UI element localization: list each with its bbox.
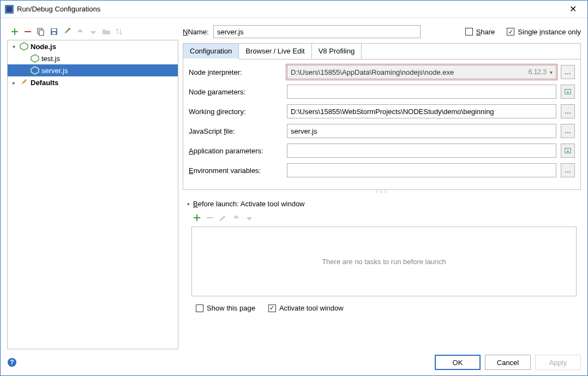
add-config-button[interactable] bbox=[9, 26, 20, 37]
node-interpreter-dropdown[interactable]: D:\Users\15855\AppData\Roaming\nodejs\no… bbox=[287, 65, 556, 79]
move-down-button[interactable] bbox=[88, 26, 99, 37]
help-icon[interactable]: ? bbox=[7, 357, 17, 367]
app-icon bbox=[5, 5, 14, 14]
app-params-label: Application parameters: bbox=[189, 147, 283, 155]
workdir-label: Working directory: bbox=[189, 108, 283, 116]
svg-rect-2 bbox=[25, 31, 31, 32]
chevron-right-icon: ▸ bbox=[10, 80, 17, 86]
chevron-down-icon: ▾ bbox=[550, 69, 553, 75]
save-config-button[interactable] bbox=[49, 26, 59, 37]
tab-v8-profiling[interactable]: V8 Profiling bbox=[312, 44, 362, 59]
node-version: 6.12.3 bbox=[529, 68, 547, 76]
tree-node-label: Defaults bbox=[31, 79, 58, 87]
wrench-icon bbox=[20, 78, 28, 87]
close-button[interactable]: ✕ bbox=[560, 1, 585, 17]
folder-button[interactable] bbox=[101, 26, 112, 37]
svg-marker-10 bbox=[31, 55, 39, 62]
before-launch-placeholder: There are no tasks to run before launch bbox=[322, 258, 446, 266]
show-page-label: Show this page bbox=[207, 304, 255, 312]
tab-browser-live-edit[interactable]: Browser / Live Edit bbox=[239, 44, 311, 59]
tree-node-defaults[interactable]: ▸ Defaults bbox=[8, 76, 178, 88]
node-params-label: Node parameters: bbox=[189, 88, 283, 96]
env-label: Environment variables: bbox=[189, 166, 283, 175]
svg-rect-14 bbox=[207, 217, 213, 218]
copy-config-button[interactable] bbox=[35, 26, 46, 37]
edit-task-button[interactable] bbox=[218, 212, 229, 223]
dialog-title: Run/Debug Configurations bbox=[17, 5, 560, 13]
before-launch-header[interactable]: ▾ Before launch: Activate tool window bbox=[187, 200, 581, 208]
jsfile-label: JavaScript file: bbox=[189, 127, 283, 135]
tree-item-label: test.js bbox=[41, 55, 60, 63]
tree-item-serverjs[interactable]: server.js bbox=[8, 64, 178, 76]
config-tree[interactable]: ▾ Node.js test.js server.js bbox=[7, 40, 178, 349]
node-interpreter-value: D:\Users\15855\AppData\Roaming\nodejs\no… bbox=[291, 68, 454, 76]
chevron-down-icon: ▾ bbox=[187, 201, 190, 207]
activate-tool-window-label: Activate tool window bbox=[279, 304, 344, 312]
tree-item-label: server.js bbox=[41, 67, 68, 75]
browse-jsfile-button[interactable]: … bbox=[561, 124, 575, 138]
tab-configuration[interactable]: Configuration bbox=[183, 44, 239, 59]
expand-app-params-button[interactable] bbox=[561, 144, 575, 158]
task-up-button[interactable] bbox=[231, 212, 242, 223]
nodejs-icon bbox=[20, 42, 28, 51]
svg-marker-9 bbox=[20, 43, 28, 50]
sort-button[interactable] bbox=[114, 26, 125, 37]
nodejs-icon bbox=[31, 54, 39, 63]
browse-interpreter-button[interactable]: … bbox=[561, 65, 575, 79]
workdir-input[interactable] bbox=[287, 104, 556, 118]
add-task-button[interactable] bbox=[191, 212, 202, 223]
single-instance-label: Single instance only bbox=[518, 28, 581, 36]
remove-task-button[interactable] bbox=[205, 212, 215, 223]
svg-marker-11 bbox=[31, 67, 39, 74]
node-params-input[interactable] bbox=[287, 85, 556, 99]
tabs: Configuration Browser / Live Edit V8 Pro… bbox=[183, 44, 580, 59]
jsfile-input[interactable] bbox=[287, 124, 556, 138]
share-label: Share bbox=[476, 28, 495, 36]
svg-point-8 bbox=[68, 28, 70, 30]
share-checkbox[interactable] bbox=[465, 28, 473, 35]
settings-config-button[interactable] bbox=[62, 26, 73, 37]
expand-node-params-button[interactable] bbox=[561, 85, 575, 99]
single-instance-checkbox[interactable] bbox=[507, 28, 514, 35]
activate-tool-window-checkbox[interactable] bbox=[268, 305, 276, 312]
tree-item-testjs[interactable]: test.js bbox=[8, 52, 178, 64]
browse-workdir-button[interactable]: … bbox=[561, 104, 575, 118]
tree-node-label: Node.js bbox=[31, 43, 56, 51]
task-down-button[interactable] bbox=[244, 212, 255, 223]
app-params-input[interactable] bbox=[287, 144, 556, 158]
nodejs-icon bbox=[31, 66, 39, 75]
svg-rect-6 bbox=[52, 29, 56, 31]
config-toolbar bbox=[7, 25, 178, 39]
name-input[interactable] bbox=[213, 25, 421, 38]
env-input[interactable] bbox=[287, 163, 556, 177]
name-label: NName: bbox=[183, 28, 209, 36]
apply-button[interactable]: Apply bbox=[535, 355, 581, 370]
chevron-down-icon: ▾ bbox=[10, 44, 17, 50]
remove-config-button[interactable] bbox=[22, 26, 33, 37]
svg-text:?: ? bbox=[10, 359, 14, 366]
svg-rect-4 bbox=[39, 30, 44, 35]
show-page-checkbox[interactable] bbox=[196, 305, 203, 312]
before-launch-list[interactable]: There are no tasks to run before launch bbox=[191, 226, 577, 296]
resize-grip[interactable]: ⠿⠿⠿ bbox=[183, 190, 581, 194]
tree-node-nodejs[interactable]: ▾ Node.js bbox=[8, 40, 178, 52]
browse-env-button[interactable]: … bbox=[561, 163, 575, 177]
svg-rect-1 bbox=[7, 7, 12, 12]
move-up-button[interactable] bbox=[75, 26, 86, 37]
ok-button[interactable]: OK bbox=[435, 355, 481, 370]
node-interpreter-label: Node interpreter: bbox=[189, 68, 283, 76]
titlebar: Run/Debug Configurations ✕ bbox=[1, 1, 587, 18]
cancel-button[interactable]: Cancel bbox=[485, 355, 531, 370]
before-launch-title: Before launch: Activate tool window bbox=[193, 200, 305, 208]
svg-rect-7 bbox=[52, 32, 56, 34]
